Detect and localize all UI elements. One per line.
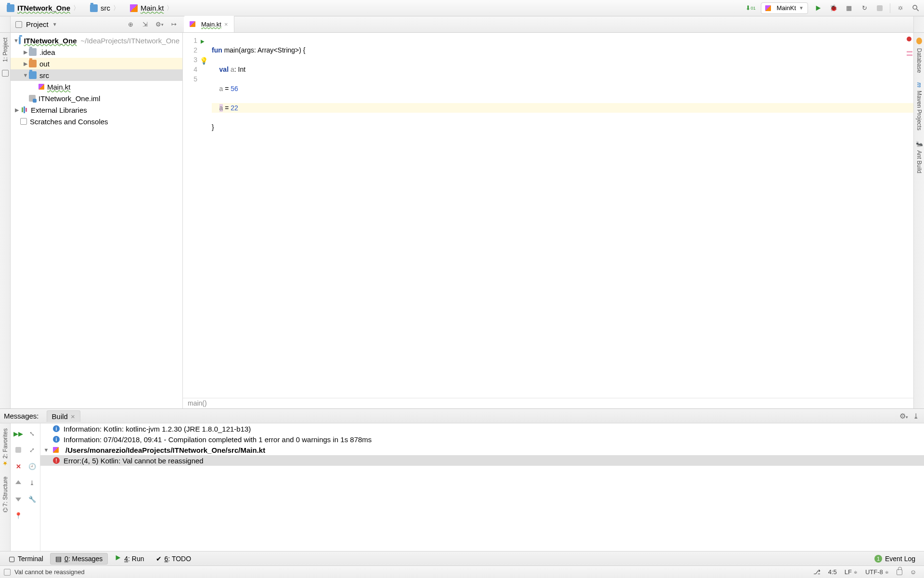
run-button[interactable]: [813, 3, 823, 13]
bottom-messages-tab[interactable]: ▤ 0: Messages: [50, 553, 108, 565]
crumb-project[interactable]: ITNetwork_One 〉: [3, 1, 86, 15]
bottom-run-tab[interactable]: 4: Run: [110, 553, 149, 565]
status-toolwindow-icon[interactable]: [4, 569, 11, 576]
status-encoding[interactable]: UTF-8≑: [861, 568, 893, 576]
messages-settings-icon[interactable]: ⚙▾: [899, 412, 908, 420]
play-icon: [115, 554, 121, 563]
run-config-selector[interactable]: MainKt ▼: [761, 2, 808, 14]
stop-button[interactable]: [874, 3, 885, 13]
message-error-row[interactable]: ! Error:(4, 5) Kotlin: Val cannot be rea…: [40, 455, 924, 466]
messages-export-icon[interactable]: ⤓: [913, 412, 919, 420]
intention-bulb-icon[interactable]: 💡: [200, 56, 206, 63]
kotlin-file-icon: [190, 21, 195, 27]
project-view-icon: [15, 21, 22, 28]
prev-error-icon[interactable]: [13, 475, 25, 490]
autoscroll-icon[interactable]: 🕘: [26, 459, 38, 473]
message-file-row[interactable]: ▼ /Users/monarezio/IdeaProjects/ITNetwor…: [40, 445, 924, 455]
wrench-icon[interactable]: 🔧: [26, 492, 38, 506]
collapse-icon[interactable]: ⇲: [141, 20, 149, 29]
code-editor[interactable]: 1 2 3💡 4 5 fun main(args: Array<String>)…: [183, 33, 913, 398]
tool-structure-tab[interactable]: ⌬ 7: Structure: [2, 472, 9, 517]
info-icon: i: [53, 425, 60, 432]
settings-gear-icon[interactable]: ⚙▾: [155, 20, 164, 29]
hide-panel-icon[interactable]: ↦: [169, 20, 178, 29]
messages-tab-build[interactable]: Build ×: [47, 410, 80, 422]
messages-list[interactable]: i Information: Kotlin: kotlinc-jvm 1.2.3…: [40, 423, 924, 551]
tree-iml-label: ITNetwork_One.iml: [38, 94, 100, 103]
code-area[interactable]: fun main(args: Array<String>) { val a: I…: [209, 33, 913, 398]
tree-mainkt-file[interactable]: Main.kt: [11, 81, 182, 92]
editor-breadcrumb[interactable]: main(): [183, 398, 913, 408]
tree-out-folder[interactable]: ▶ out: [11, 58, 182, 69]
project-structure-button[interactable]: ⛭: [895, 3, 906, 13]
message-text: Error:(4, 5) Kotlin: Val cannot be reass…: [64, 457, 204, 465]
src-folder-icon: [90, 4, 98, 12]
error-stripe-marks[interactable]: [907, 51, 912, 56]
debug-button[interactable]: 🐞: [828, 3, 839, 13]
error-stripe-icon[interactable]: [907, 37, 911, 41]
next-error-icon[interactable]: [13, 492, 25, 506]
project-view-selector[interactable]: Project ▼: [11, 20, 62, 28]
close-tab-icon[interactable]: ×: [71, 412, 75, 420]
stop-icon[interactable]: [13, 443, 25, 457]
rerun-button[interactable]: ↻: [859, 3, 870, 13]
tree-project-root[interactable]: ▼ ITNetwork_One ~/IdeaProjects/ITNetwork…: [11, 35, 182, 46]
status-inspector-icon[interactable]: ☺: [906, 568, 920, 576]
crumb-file[interactable]: Main.kt 〉: [126, 1, 180, 15]
status-lock-icon[interactable]: [893, 569, 906, 575]
folder-icon: [29, 48, 37, 56]
status-git-icon[interactable]: ⎇: [809, 568, 824, 576]
locate-icon[interactable]: ⊕: [126, 20, 135, 29]
bottom-eventlog-label: Event Log: [885, 555, 915, 563]
collapse-all-icon[interactable]: ⤢: [26, 443, 38, 457]
project-folder-icon: [7, 4, 14, 12]
bottom-terminal-tab[interactable]: ▢ Terminal: [4, 553, 48, 565]
tree-expand-icon[interactable]: ▼: [43, 447, 49, 453]
chevron-right-icon: 〉: [164, 4, 174, 13]
messages-title: Messages:: [4, 412, 47, 420]
tree-external-libraries[interactable]: ▶ External Libraries: [11, 104, 182, 116]
message-info-row[interactable]: i Information: 07/04/2018, 09:41 - Compi…: [40, 434, 924, 445]
crumb-src[interactable]: src 〉: [86, 1, 126, 15]
make-project-icon[interactable]: ⬇01: [745, 3, 756, 13]
tree-idea-folder[interactable]: ▶ .idea: [11, 46, 182, 58]
pin-icon[interactable]: 📍: [13, 508, 25, 523]
tree-expand-icon[interactable]: ▶: [13, 107, 20, 113]
messages-tab-label: Build: [52, 412, 68, 420]
export-icon[interactable]: ⤓: [26, 475, 38, 490]
tree-src-folder[interactable]: ▼ src: [11, 69, 182, 81]
tree-expand-icon[interactable]: ▶: [22, 61, 29, 67]
messages-icon: ▤: [55, 555, 62, 563]
bottom-todo-tab[interactable]: ✔ 6: TODO: [151, 553, 196, 565]
bottom-messages-label: 0: Messages: [64, 555, 103, 563]
tool-favorites-tab[interactable]: ★ 2: Favorites: [2, 423, 9, 472]
status-caret-pos[interactable]: 4:5: [824, 568, 841, 576]
rerun-icon[interactable]: ▶▶: [13, 426, 25, 441]
tree-expand-icon[interactable]: ▼: [22, 72, 29, 78]
tree-scratches[interactable]: Scratches and Consoles: [11, 116, 182, 127]
tool-minimize-icon[interactable]: [2, 70, 9, 77]
tool-database-tab[interactable]: Database: [916, 33, 923, 78]
messages-toolbar: ▶▶ ⤡ ⤢ ✕ 🕘 ⤓ 🔧 📍: [11, 423, 40, 551]
tree-expand-icon[interactable]: ▶: [22, 49, 29, 55]
close-tab-icon[interactable]: ×: [224, 21, 228, 28]
tree-expand-icon[interactable]: ▼: [13, 38, 19, 43]
tool-project-tab[interactable]: 1: Project: [2, 33, 9, 67]
tree-root-path: ~/IdeaProjects/ITNetwork_One: [77, 37, 180, 45]
message-info-row[interactable]: i Information: Kotlin: kotlinc-jvm 1.2.3…: [40, 423, 924, 434]
tool-ant-tab[interactable]: 🐜Ant Build: [916, 135, 923, 178]
chevron-down-icon: ▼: [52, 22, 57, 27]
chevron-right-icon: 〉: [110, 4, 120, 13]
crumb-file-label: Main.kt: [141, 4, 164, 12]
tool-maven-tab[interactable]: mMaven Projects: [916, 78, 923, 135]
editor-tab-mainkt[interactable]: Main.kt ×: [184, 16, 234, 32]
coverage-button[interactable]: ▦: [844, 3, 854, 13]
clear-icon[interactable]: ✕: [13, 459, 25, 473]
breadcrumb: ITNetwork_One 〉 src 〉 Main.kt 〉: [3, 1, 180, 15]
expand-all-icon[interactable]: ⤡: [26, 426, 38, 441]
tree-iml-file[interactable]: ITNetwork_One.iml: [11, 92, 182, 104]
bottom-eventlog-tab[interactable]: 1 Event Log: [870, 553, 920, 565]
editor-gutter[interactable]: 1 2 3💡 4 5: [183, 33, 209, 398]
status-line-ending[interactable]: LF≑: [841, 568, 861, 576]
search-everywhere-button[interactable]: [911, 3, 921, 13]
